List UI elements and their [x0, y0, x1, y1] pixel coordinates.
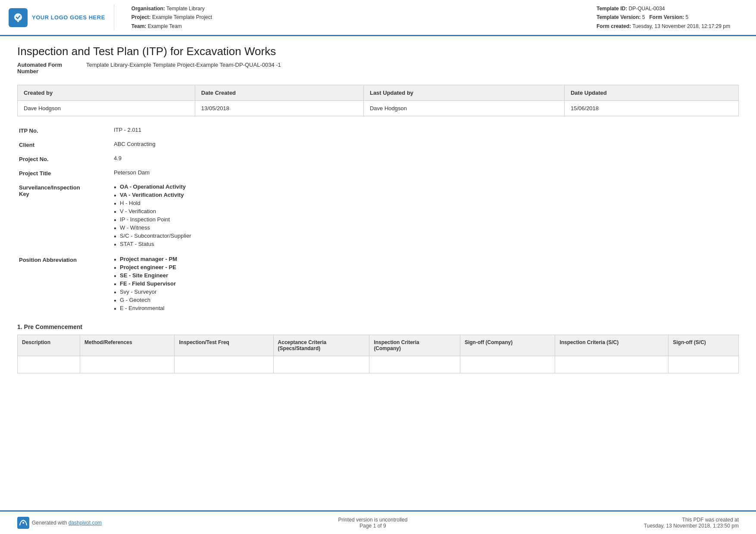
template-id-value: DP-QUAL-0034 — [628, 6, 665, 12]
template-version-value: 5 — [642, 14, 645, 20]
col-freq: Inspection/Test Freq — [175, 335, 273, 356]
list-item: Project manager - PM — [114, 256, 737, 262]
generated-with-text: Generated with — [32, 520, 67, 526]
list-item: STAT - Status — [114, 241, 737, 247]
empty-data-row — [18, 356, 739, 373]
page-number: Page 1 of 9 — [338, 523, 408, 529]
col-date-created: Date Created — [195, 85, 363, 101]
position-abbrev-label: Position Abbreviation — [19, 256, 114, 263]
client-value: ABC Contracting — [114, 141, 737, 147]
org-line: Organisation: Template Library — [131, 4, 588, 13]
org-value: Template Library — [166, 6, 205, 12]
surveilance-value: OA - Operational Activity VA - Verificat… — [114, 183, 737, 249]
footer-center: Printed version is uncontrolled Page 1 o… — [338, 517, 408, 529]
footer-logo-icon — [17, 517, 29, 529]
position-abbrev-value: Project manager - PM Project engineer - … — [114, 256, 737, 313]
form-created-label: Form created: — [597, 23, 631, 29]
list-item: SE - Site Engineer — [114, 272, 737, 279]
version-line: Template Version: 5 Form Version: 5 — [597, 13, 747, 22]
empty-cell — [80, 356, 175, 373]
empty-cell — [369, 356, 460, 373]
section1-table: Description Method/References Inspection… — [17, 335, 739, 373]
col-last-updated-by: Last Updated by — [363, 85, 564, 101]
list-item: FE - Field Supervisor — [114, 280, 737, 287]
list-item: E - Environmental — [114, 305, 737, 311]
pdf-created-label: This PDF was created at — [644, 517, 739, 523]
project-line: Project: Example Template Project — [131, 13, 588, 22]
template-version-label: Template Version: — [597, 14, 640, 20]
list-item: Project engineer - PE — [114, 264, 737, 270]
project-no-value: 4.9 — [114, 155, 737, 161]
page-header: YOUR LOGO GOES HERE Organisation: Templa… — [0, 0, 756, 36]
page-title: Inspection and Test Plan (ITP) for Excav… — [17, 45, 739, 58]
form-created-value: Tuesday, 13 November 2018, 12:17:29 pm — [632, 23, 730, 29]
list-item: G - Geotech — [114, 297, 737, 303]
surveilance-list: OA - Operational Activity VA - Verificat… — [114, 183, 737, 247]
empty-cell — [273, 356, 369, 373]
project-no-label: Project No. — [19, 155, 114, 162]
table-header-row: Description Method/References Inspection… — [18, 335, 739, 356]
col-created-by: Created by — [18, 85, 195, 101]
list-item: H - Hold — [114, 200, 737, 206]
footer-left: Generated with dashpivot.com — [17, 517, 102, 529]
itp-no-row: ITP No. ITP - 2.011 — [17, 127, 739, 134]
project-label: Project: — [131, 14, 151, 20]
org-label: Organisation: — [131, 6, 165, 12]
logo-section: YOUR LOGO GOES HERE — [9, 4, 114, 31]
template-id-line: Template ID: DP-QUAL-0034 — [597, 4, 747, 13]
empty-cell — [18, 356, 80, 373]
info-table: Created by Date Created Last Updated by … — [17, 85, 739, 116]
position-abbrev-row: Position Abbreviation Project manager - … — [17, 256, 739, 313]
cell-last-updated-by: Dave Hodgson — [363, 101, 564, 116]
col-signoff-company: Sign-off (Company) — [460, 335, 555, 356]
list-item: W - Witness — [114, 224, 737, 231]
section1-heading: 1. Pre Commencement — [17, 323, 739, 330]
team-label: Team: — [131, 23, 146, 29]
project-no-row: Project No. 4.9 — [17, 155, 739, 162]
header-right: Template ID: DP-QUAL-0034 Template Versi… — [597, 4, 747, 31]
project-title-value: Peterson Dam — [114, 169, 737, 176]
form-number-label: Automated FormNumber — [17, 62, 86, 75]
col-acceptance: Acceptance Criteria(Specs/Standard) — [273, 335, 369, 356]
col-signoff-sc: Sign-off (S/C) — [669, 335, 739, 356]
empty-cell — [175, 356, 273, 373]
pdf-created-value: Tuesday, 13 November 2018, 1:23:50 pm — [644, 523, 739, 529]
col-method: Method/References — [80, 335, 175, 356]
team-line: Team: Example Team — [131, 22, 588, 31]
empty-cell — [460, 356, 555, 373]
template-id-label: Template ID: — [597, 6, 627, 12]
form-number-value: Template Library-Example Template Projec… — [86, 62, 281, 68]
svg-point-1 — [22, 522, 24, 524]
itp-no-label: ITP No. — [19, 127, 114, 134]
list-item: IP - Inspection Point — [114, 216, 737, 223]
empty-cell — [555, 356, 669, 373]
surveilance-row: Surveilance/InspectionKey OA - Operation… — [17, 183, 739, 249]
cell-created-by: Dave Hodgson — [18, 101, 195, 116]
empty-cell — [669, 356, 739, 373]
client-label: Client — [19, 141, 114, 148]
form-number-row: Automated FormNumber Template Library-Ex… — [17, 62, 739, 75]
project-title-label: Project Title — [19, 169, 114, 177]
col-inspection-sc: Inspection Criteria (S/C) — [555, 335, 669, 356]
form-version-value: 5 — [686, 14, 689, 20]
footer-link[interactable]: dashpivot.com — [69, 520, 102, 526]
list-item: OA - Operational Activity — [114, 183, 737, 190]
team-value: Example Team — [148, 23, 182, 29]
col-description: Description — [18, 335, 80, 356]
table-row: Dave Hodgson 13/05/2018 Dave Hodgson 15/… — [18, 101, 739, 116]
col-inspection-company: Inspection Criteria(Company) — [369, 335, 460, 356]
list-item: V - Verification — [114, 208, 737, 214]
page-content: Inspection and Test Plan (ITP) for Excav… — [0, 36, 756, 389]
footer-right: This PDF was created at Tuesday, 13 Nove… — [644, 517, 739, 529]
col-date-updated: Date Updated — [564, 85, 738, 101]
form-created-line: Form created: Tuesday, 13 November 2018,… — [597, 22, 747, 31]
itp-no-value: ITP - 2.011 — [114, 127, 737, 133]
client-row: Client ABC Contracting — [17, 141, 739, 148]
logo-text: YOUR LOGO GOES HERE — [32, 14, 105, 21]
cell-date-updated: 15/06/2018 — [564, 101, 738, 116]
project-value: Example Template Project — [152, 14, 212, 20]
list-item: Svy - Surveyor — [114, 289, 737, 295]
surveilance-label: Surveilance/InspectionKey — [19, 183, 114, 197]
form-version-label: Form Version: — [650, 14, 684, 20]
uncontrolled-text: Printed version is uncontrolled — [338, 517, 408, 523]
